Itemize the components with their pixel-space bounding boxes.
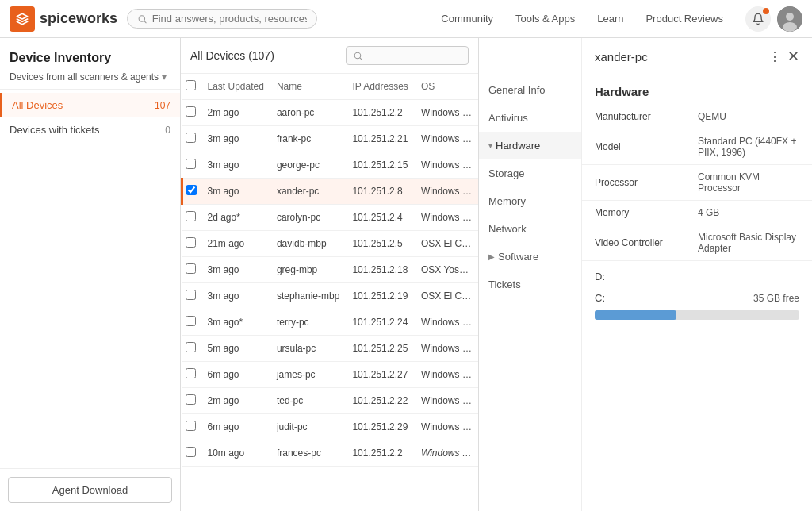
- svg-point-2: [786, 13, 794, 21]
- device-table: Last Updated Name IP Addresses OS 2m ago…: [181, 74, 478, 511]
- nav-community[interactable]: Community: [431, 8, 503, 29]
- notifications-button[interactable]: [745, 6, 771, 32]
- row-os: Windows 7 Pa: [415, 126, 478, 152]
- detail-menu-software[interactable]: ▶ Software: [479, 243, 581, 271]
- devices-with-tickets-count: 0: [165, 125, 170, 136]
- table-row[interactable]: 2d ago* carolyn-pc 101.251.2.4 Windows 7…: [182, 205, 479, 231]
- drive-d-label: D:: [595, 271, 799, 282]
- table-row[interactable]: 5m ago ursula-pc 101.251.2.25 Windows 7 …: [182, 336, 479, 362]
- row-os: Windows 7 Pr: [415, 152, 478, 179]
- row-select-checkbox[interactable]: [186, 237, 196, 248]
- detail-menu-storage[interactable]: Storage: [479, 159, 581, 187]
- row-select-checkbox[interactable]: [186, 290, 196, 300]
- row-select-checkbox[interactable]: [186, 185, 197, 195]
- row-checkbox[interactable]: [182, 283, 201, 309]
- row-checkbox[interactable]: [182, 179, 201, 205]
- detail-menu-antivirus[interactable]: Antivirus: [479, 104, 581, 132]
- table-row[interactable]: 10m ago frances-pc 101.251.2.2 Windows 7…: [182, 440, 479, 467]
- detail-menu-general-info[interactable]: General Info: [479, 76, 581, 104]
- row-checkbox[interactable]: [182, 440, 201, 467]
- row-os: Windows 8 Pr: [415, 100, 478, 126]
- row-checkbox[interactable]: [182, 205, 201, 231]
- logo-area: spiceworks: [10, 6, 121, 32]
- row-checkbox[interactable]: [182, 100, 201, 126]
- detail-menu-memory[interactable]: Memory: [479, 187, 581, 215]
- table-row[interactable]: 3m ago xander-pc 101.251.2.8 Windows 7 P…: [182, 179, 479, 205]
- hw-label: Processor: [582, 165, 685, 201]
- row-checkbox[interactable]: [182, 414, 201, 440]
- chevron-down-icon: ▾: [488, 141, 492, 150]
- table-row[interactable]: 3m ago stephanie-mbp 101.251.2.19 OSX El…: [182, 283, 479, 309]
- row-name: aaron-pc: [270, 100, 346, 126]
- row-checkbox[interactable]: [182, 257, 201, 283]
- row-select-checkbox[interactable]: [186, 106, 196, 117]
- logo-text: spiceworks: [40, 10, 117, 27]
- hw-value: Common KVM Processor: [685, 165, 812, 201]
- detail-menu-tickets[interactable]: Tickets: [479, 271, 581, 298]
- row-name: ted-pc: [270, 388, 346, 414]
- table-row[interactable]: 2m ago ted-pc 101.251.2.22 Windows 7 Pr: [182, 388, 479, 414]
- table-row[interactable]: 6m ago judit-pc 101.251.2.29 Windows 7 P…: [182, 414, 479, 440]
- select-all-checkbox[interactable]: [186, 80, 196, 90]
- row-updated: 3m ago: [201, 257, 270, 283]
- row-select-checkbox[interactable]: [186, 421, 196, 431]
- agent-download-button[interactable]: Agent Download: [8, 477, 172, 503]
- table-row[interactable]: 3m ago greg-mbp 101.251.2.18 OSX Yosemit…: [182, 257, 479, 283]
- device-search[interactable]: [346, 46, 469, 65]
- drive-c-label: C:: [595, 292, 605, 304]
- nav-learn[interactable]: Learn: [588, 8, 633, 29]
- row-checkbox[interactable]: [182, 336, 201, 362]
- row-checkbox[interactable]: [182, 231, 201, 257]
- sidebar-item-devices-with-tickets[interactable]: Devices with tickets 0: [0, 117, 180, 142]
- row-checkbox[interactable]: [182, 309, 201, 336]
- detail-more-button[interactable]: ⋮: [768, 49, 781, 64]
- row-checkbox[interactable]: [182, 152, 201, 179]
- row-select-checkbox[interactable]: [186, 368, 196, 378]
- row-select-checkbox[interactable]: [186, 263, 196, 274]
- user-avatar[interactable]: [777, 6, 802, 32]
- table-row[interactable]: 3m ago frank-pc 101.251.2.21 Windows 7 P…: [182, 126, 479, 152]
- detail-menu-network[interactable]: Network: [479, 215, 581, 243]
- row-select-checkbox[interactable]: [186, 211, 196, 221]
- row-checkbox[interactable]: [182, 388, 201, 414]
- drive-c-free: 35 GB free: [753, 293, 799, 304]
- notification-badge: [763, 8, 769, 14]
- row-os: OSX Yosemite: [415, 257, 478, 283]
- row-os: OSX El Capita: [415, 283, 478, 309]
- row-select-checkbox[interactable]: [186, 394, 196, 405]
- sidebar: Device Inventory Devices from all scanne…: [0, 38, 181, 511]
- drive-c-bar-container: [595, 310, 799, 320]
- device-search-input[interactable]: [366, 50, 462, 61]
- search-bar[interactable]: [127, 9, 317, 29]
- search-input[interactable]: [152, 13, 307, 25]
- row-select-checkbox[interactable]: [186, 316, 196, 326]
- row-os: Windows 7 U: [415, 309, 478, 336]
- row-select-checkbox[interactable]: [186, 159, 196, 169]
- sidebar-filter[interactable]: Devices from all scanners & agents ▾: [10, 71, 170, 83]
- sidebar-item-all-devices[interactable]: All Devices 107: [0, 93, 180, 117]
- nav-tools-apps[interactable]: Tools & Apps: [506, 8, 584, 29]
- hardware-table: Manufacturer QEMU Model Standard PC (i44…: [582, 105, 812, 261]
- row-select-checkbox[interactable]: [186, 133, 196, 143]
- row-select-checkbox[interactable]: [186, 342, 196, 352]
- hw-label: Video Controller: [582, 225, 685, 261]
- table-row[interactable]: 6m ago james-pc 101.251.2.27 Windows 7 P…: [182, 362, 479, 388]
- detail-menu-hardware[interactable]: ▾ Hardware: [479, 132, 581, 159]
- row-os: Windows 7 Pr: [415, 336, 478, 362]
- table-row[interactable]: 2m ago aaron-pc 101.251.2.2 Windows 8 Pr: [182, 100, 479, 126]
- row-os: Windows 7 Pr: [415, 179, 478, 205]
- row-name: terry-pc: [270, 309, 346, 336]
- device-list-area: All Devices (107) Last Updated Name IP A…: [181, 38, 479, 511]
- top-nav: spiceworks Community Tools & Apps Learn …: [0, 0, 812, 38]
- row-ip: 101.251.2.21: [346, 126, 415, 152]
- row-checkbox[interactable]: [182, 362, 201, 388]
- detail-close-button[interactable]: ✕: [787, 48, 799, 65]
- hw-value: QEMU: [685, 105, 812, 129]
- table-row[interactable]: 21m ago davidb-mbp 101.251.2.5 OSX El Ca…: [182, 231, 479, 257]
- row-select-checkbox[interactable]: [186, 447, 196, 457]
- nav-product-reviews[interactable]: Product Reviews: [636, 8, 733, 29]
- storage-section: D: C: 35 GB free: [582, 261, 812, 329]
- table-row[interactable]: 3m ago george-pc 101.251.2.15 Windows 7 …: [182, 152, 479, 179]
- table-row[interactable]: 3m ago* terry-pc 101.251.2.24 Windows 7 …: [182, 309, 479, 336]
- row-checkbox[interactable]: [182, 126, 201, 152]
